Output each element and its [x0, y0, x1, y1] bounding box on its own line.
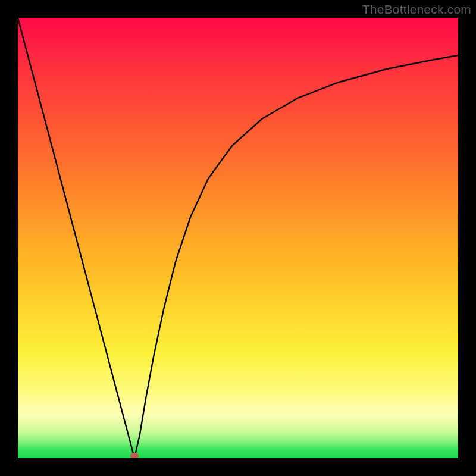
curve-right-arc [134, 55, 458, 458]
curve-left-slope [18, 18, 134, 458]
watermark-text: TheBottleneck.com [362, 2, 471, 17]
chart-frame: TheBottleneck.com [0, 0, 476, 476]
plot-area [18, 18, 458, 458]
min-point-marker [130, 453, 139, 458]
bottleneck-curve [18, 18, 458, 458]
